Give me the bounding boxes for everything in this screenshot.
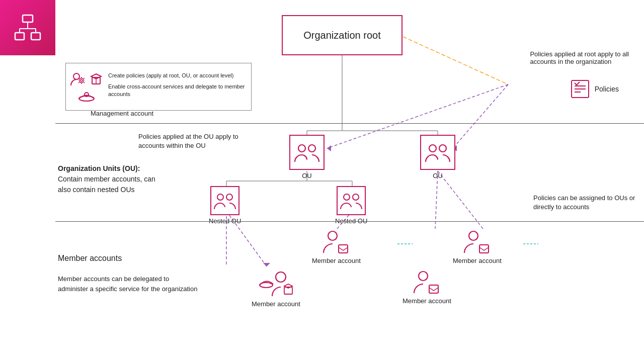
ou1-box: OU — [289, 135, 325, 179]
member4-box: Member account — [403, 269, 451, 305]
user-gear-icon — [70, 71, 86, 87]
management-text: Create policies (apply at root, OU, or a… — [108, 72, 247, 101]
policy-box-right: Policies — [571, 79, 619, 99]
ou2-users-icon — [425, 142, 451, 163]
svg-point-30 — [80, 79, 83, 81]
svg-line-37 — [84, 78, 85, 79]
policy-right-label: Policies — [595, 85, 619, 93]
management-account-label: Management account — [91, 110, 153, 117]
svg-line-22 — [435, 171, 438, 229]
svg-rect-2 — [31, 33, 40, 40]
svg-line-23 — [438, 171, 483, 229]
member3-icon — [257, 269, 295, 298]
svg-rect-56 — [339, 245, 348, 253]
member-section-detail: Member accounts can be delegated to admi… — [58, 274, 199, 294]
member2-label: Member account — [453, 257, 502, 264]
org-hierarchy-icon — [13, 13, 43, 43]
svg-point-52 — [226, 194, 232, 200]
policies-root-line1: Policies applied at root apply to all — [530, 50, 629, 58]
ou2-box: OU — [420, 135, 455, 179]
svg-point-55 — [328, 231, 337, 240]
svg-line-18 — [453, 84, 508, 148]
policies-root-line2: accounts in the organization — [530, 58, 611, 65]
sidebar-icon — [0, 0, 55, 55]
org-root-label: Organization root — [303, 30, 380, 41]
member2-icon — [462, 229, 492, 255]
svg-rect-1 — [15, 33, 24, 40]
ou-policy-note: Policies applied at the OU apply to acco… — [138, 132, 238, 150]
member3-label: Member account — [252, 300, 300, 308]
divider-section2 — [55, 221, 644, 222]
nested-ou1-box: Nested OU — [209, 186, 241, 225]
member1-icon — [321, 229, 351, 255]
ou-policy-line1: Policies applied at the OU apply to — [138, 133, 238, 140]
ou2-label: OU — [433, 172, 443, 179]
policy-checkbox-icon — [571, 79, 590, 99]
member2-box: Member account — [453, 229, 502, 264]
svg-line-16 — [397, 34, 508, 84]
ou1-icon-container — [289, 135, 325, 170]
ou-section-title: Organization Units (OU): — [58, 164, 140, 172]
svg-point-60 — [276, 272, 286, 282]
svg-point-31 — [79, 78, 84, 83]
member3-box: Member account — [252, 269, 300, 308]
ou1-label: OU — [302, 172, 312, 179]
policies-assign-note: Policies can be assigned to OUs or direc… — [533, 194, 639, 212]
management-icons — [70, 71, 103, 102]
svg-point-49 — [429, 145, 436, 152]
org-root-box: Organization root — [282, 15, 403, 55]
nested-ou2-box: Nested OU — [335, 186, 367, 225]
mgmt-feature2: Enable cross-account services and delega… — [108, 83, 247, 99]
nested-ou2-icon-container — [337, 186, 366, 215]
package-icon — [89, 71, 103, 85]
ou-section-label: Organization Units (OU): Contain member … — [58, 163, 169, 195]
ou1-users-icon — [294, 142, 320, 163]
svg-point-57 — [469, 231, 478, 240]
ou-policy-line2: accounts within the OU — [138, 142, 206, 149]
svg-point-53 — [344, 194, 350, 200]
nested-ou1-icon-container — [210, 186, 239, 215]
svg-rect-0 — [23, 15, 33, 22]
ou2-icon-container — [420, 135, 455, 170]
svg-point-50 — [439, 145, 446, 152]
divider-section1 — [55, 123, 644, 124]
ou-section-desc: Contain member accounts, can also contai… — [58, 175, 155, 194]
member1-label: Member account — [312, 257, 361, 264]
svg-line-17 — [327, 84, 508, 148]
svg-point-59 — [260, 283, 273, 288]
nested-ou2-users-icon — [340, 191, 363, 210]
svg-rect-64 — [429, 285, 438, 293]
member1-box: Member account — [312, 229, 361, 264]
member4-label: Member account — [403, 297, 451, 305]
mgmt-feature1: Create policies (apply at root, OU, or a… — [108, 72, 247, 79]
main-diagram: Organization root — [55, 0, 644, 362]
svg-line-36 — [78, 82, 79, 83]
svg-point-63 — [419, 272, 428, 281]
svg-line-35 — [84, 82, 85, 83]
svg-point-54 — [353, 194, 359, 200]
management-account-box: Create policies (apply at root, OU, or a… — [65, 63, 252, 111]
svg-point-51 — [217, 194, 223, 200]
svg-point-48 — [308, 145, 315, 152]
svg-marker-28 — [263, 263, 270, 266]
policies-root-note: Policies applied at root apply to all ac… — [530, 50, 629, 65]
policies-assign-text: Policies can be assigned to OUs or direc… — [533, 194, 635, 211]
svg-marker-26 — [327, 145, 331, 151]
delegate-icon — [76, 89, 97, 102]
svg-rect-58 — [479, 245, 489, 253]
member4-icon — [412, 269, 441, 295]
member-section-label: Member accounts — [58, 254, 122, 263]
nested-ou1-users-icon — [213, 191, 236, 210]
svg-point-47 — [298, 145, 305, 152]
svg-line-34 — [78, 78, 79, 79]
